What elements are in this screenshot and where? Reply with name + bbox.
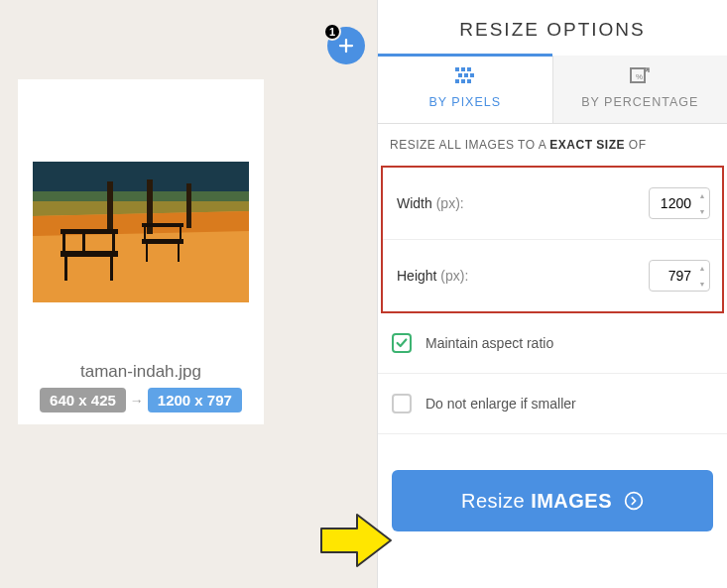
no-enlarge-checkbox[interactable] [392,394,412,413]
size-badges: 640 x 425 → 1200 x 797 [26,388,256,412]
percentage-icon: % [628,65,652,87]
height-label: Height (px): [397,268,468,284]
no-enlarge-label: Do not enlarge if smaller [425,396,576,412]
svg-rect-16 [180,227,182,239]
resize-button[interactable]: Resize IMAGES [392,470,713,531]
svg-rect-8 [62,234,65,251]
original-size-badge: 640 x 425 [40,388,126,412]
svg-rect-10 [112,234,115,251]
tab-by-pixels[interactable]: BY PIXELS [378,56,552,123]
svg-rect-12 [110,257,113,281]
svg-rect-26 [461,79,465,83]
resize-subtitle: RESIZE ALL IMAGES TO A EXACT SIZE OF [378,124,727,166]
stepper-up-icon[interactable]: ▲ [695,187,709,203]
svg-rect-7 [61,229,118,234]
svg-rect-19 [455,67,459,71]
svg-rect-22 [458,73,462,77]
svg-rect-21 [467,67,471,71]
width-input-wrap: ▲ ▼ [649,187,710,219]
svg-rect-3 [107,181,113,231]
width-label: Width (px): [397,195,464,211]
maintain-ratio-label: Maintain aspect ratio [425,335,553,351]
arrow-circle-right-icon [624,491,644,511]
panel-title: RESIZE OPTIONS [378,0,727,56]
stepper-up-icon[interactable]: ▲ [695,260,709,276]
dimensions-group: Width (px): ▲ ▼ Height (px): ▲ ▼ [381,166,724,313]
maintain-ratio-checkbox[interactable] [392,333,412,353]
tab-percentage-label: BY PERCENTAGE [581,95,698,109]
svg-rect-20 [461,67,465,71]
width-input[interactable] [650,195,695,211]
svg-rect-24 [470,73,474,77]
svg-rect-5 [186,183,191,228]
width-row: Width (px): ▲ ▼ [383,168,722,240]
tabs: BY PIXELS % BY PERCENTAGE [378,56,727,124]
svg-rect-23 [464,73,468,77]
svg-rect-14 [142,223,183,227]
width-spinner: ▲ ▼ [695,187,709,219]
no-enlarge-row: Do not enlarge if smaller [378,374,727,434]
svg-rect-9 [82,234,85,251]
svg-rect-11 [64,257,67,281]
height-spinner: ▲ ▼ [695,260,709,292]
add-image-button[interactable]: 1 [327,27,365,64]
add-count-badge: 1 [323,23,341,41]
svg-rect-25 [455,79,459,83]
height-input-wrap: ▲ ▼ [649,260,710,292]
image-card: taman-indah.jpg 640 x 425 → 1200 x 797 [18,79,264,424]
tab-by-percentage[interactable]: % BY PERCENTAGE [552,56,728,123]
arrow-right-icon: → [130,393,144,409]
height-input[interactable] [650,268,695,284]
svg-rect-15 [144,227,146,239]
height-row: Height (px): ▲ ▼ [383,240,722,311]
options-panel: RESIZE OPTIONS BY PIXELS % BY PERCENTAGE… [377,0,727,588]
check-icon [395,336,409,350]
svg-rect-18 [178,244,180,262]
svg-rect-17 [146,244,148,262]
tab-pixels-label: BY PIXELS [428,95,501,109]
stepper-down-icon[interactable]: ▼ [695,276,709,292]
pixels-icon [453,65,477,87]
image-thumbnail [33,162,249,302]
svg-point-30 [626,493,643,510]
maintain-ratio-row: Maintain aspect ratio [378,313,727,374]
target-size-badge: 1200 x 797 [148,388,242,412]
plus-icon [337,37,355,55]
svg-text:%: % [636,72,644,81]
stepper-down-icon[interactable]: ▼ [695,203,709,219]
svg-rect-6 [61,251,118,257]
svg-rect-27 [467,79,471,83]
svg-rect-13 [142,239,183,244]
image-filename: taman-indah.jpg [26,362,256,382]
